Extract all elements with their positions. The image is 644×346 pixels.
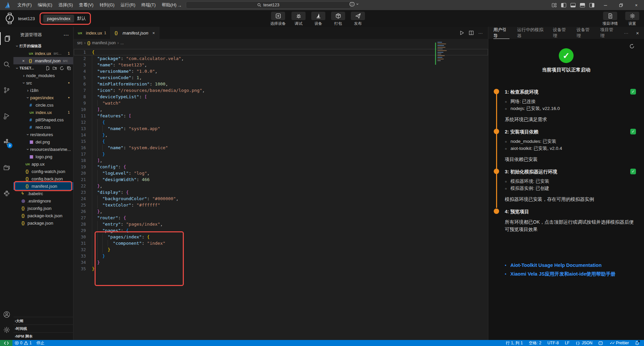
guide-tab-0[interactable]: 用户引导	[493, 27, 509, 39]
guide-tab-4[interactable]: 项目管理	[600, 27, 616, 39]
breadcrumb-item[interactable]: ...	[120, 41, 124, 45]
close-tab-icon[interactable]: ×	[152, 31, 155, 36]
collapse-folders-icon[interactable]	[67, 66, 71, 70]
tree-item-logo-png[interactable]: ▦logo.png	[13, 153, 73, 160]
command-search-input[interactable]: teset123	[186, 1, 351, 9]
notifications-bell-icon[interactable]	[635, 341, 639, 345]
sidebar-section-2[interactable]: ›NPM 脚本	[13, 332, 73, 340]
settings-button[interactable]: 设置	[625, 12, 639, 26]
tree-item-manifest-json[interactable]: {}manifest.json	[13, 182, 73, 190]
sidebar-section-1[interactable]: ›时间线	[13, 325, 73, 332]
breadcrumb-item[interactable]: manifest.json	[92, 41, 116, 45]
tree-item-res-textures[interactable]: ›res\textures	[13, 131, 73, 138]
add-device-button[interactable]: 选择设备	[270, 12, 286, 26]
account-icon[interactable]	[0, 308, 13, 321]
remote-indicator[interactable]	[0, 340, 12, 346]
minimap[interactable]	[435, 42, 450, 67]
guide-tabs-more-icon[interactable]: ···	[624, 27, 628, 39]
manage-gear-icon[interactable]	[0, 324, 13, 336]
close-panel-icon[interactable]: ×	[636, 27, 639, 39]
menu-item-5[interactable]: 运行(R)	[117, 0, 138, 10]
editor-tab-index-ux[interactable]: UXindex.ux1	[74, 27, 111, 39]
menu-item-0[interactable]: 文件(F)	[14, 0, 35, 10]
cursor-position[interactable]: 行 1, 列 1	[506, 340, 523, 346]
project-details-button[interactable]: 项目详情	[602, 12, 618, 26]
menu-item-2[interactable]: 选择(S)	[55, 0, 76, 10]
tree-item-app-ux[interactable]: UXapp.ux	[13, 160, 73, 168]
tree-item-node-modules[interactable]: ›node_modules	[13, 72, 73, 79]
breadcrumb[interactable]: src›{}manifest.json›...	[74, 39, 488, 47]
new-file-icon[interactable]	[46, 66, 50, 70]
guide-tab-3[interactable]: 设备管理	[577, 27, 593, 39]
device-button[interactable]: 设备	[311, 12, 325, 26]
search-sidebar-icon[interactable]	[0, 57, 13, 71]
explorer-icon[interactable]	[0, 32, 13, 46]
close-editor-icon[interactable]: ×	[22, 58, 27, 63]
tree-item-src[interactable]: ›src●	[13, 79, 73, 86]
language-mode[interactable]: {} JSON	[576, 341, 592, 345]
source-control-icon[interactable]	[0, 83, 13, 97]
tree-item-package-lock-json[interactable]: {}package-lock.json	[13, 212, 73, 219]
guide-tab-1[interactable]: 运行中的模拟器	[517, 27, 545, 39]
tree-item-resources-base-me-[interactable]: ›resources\base\me...	[13, 146, 73, 153]
code-editor[interactable]: 1{2"package": "com.calculator.vela",3"na…	[74, 47, 488, 272]
customize-layout-icon[interactable]	[552, 3, 557, 7]
tree-item-del-png[interactable]: ▦del.png	[13, 138, 73, 146]
project-name[interactable]: teset123	[18, 16, 35, 21]
open-editors-section[interactable]: › 打开的编辑器	[13, 42, 73, 50]
tree-item--babelrc[interactable]: ϟ.babelrc	[13, 190, 73, 197]
menu-item-6[interactable]: 终端(T)	[138, 0, 159, 10]
toggle-bottom-panel-icon[interactable]	[580, 3, 585, 7]
toggle-panel-icon[interactable]	[571, 3, 576, 7]
menu-item-3[interactable]: 查看(V)	[76, 0, 96, 10]
toggle-sidebar-icon[interactable]	[561, 3, 566, 7]
tree-item--eslintignore[interactable]: ◎.eslintignore	[13, 197, 73, 205]
publish-button[interactable]: 发布	[351, 12, 365, 26]
page-selector[interactable]: pages/index	[43, 15, 74, 22]
page-mode-label[interactable]: 默认	[77, 15, 86, 21]
restore-button[interactable]	[613, 0, 629, 10]
copilot-status-icon[interactable]	[598, 341, 603, 345]
tree-item-rect-css[interactable]: #rect.css	[13, 123, 73, 131]
refresh-guide-icon[interactable]	[629, 44, 635, 49]
tree-item-package-json[interactable]: {}package.json	[13, 219, 73, 227]
open-editor-item[interactable]: UXindex.uxsrc...1	[13, 50, 73, 57]
new-folder-icon[interactable]	[53, 66, 57, 70]
refresh-explorer-icon[interactable]	[60, 66, 64, 70]
sidebar-section-0[interactable]: ›大纲	[13, 317, 73, 325]
tree-item-index-ux[interactable]: UXindex.ux1	[13, 109, 73, 116]
minimize-button[interactable]: ─	[598, 0, 613, 10]
guide-tab-2[interactable]: 设备管理	[553, 27, 569, 39]
breadcrumb-item[interactable]: src	[77, 41, 83, 45]
indentation[interactable]: 空格: 2	[529, 340, 541, 346]
copilot-icon[interactable]	[350, 2, 359, 6]
editor-tab-manifest-json[interactable]: {}manifest.json×	[111, 27, 159, 39]
package-button[interactable]: 打包	[331, 12, 345, 26]
nav-forward-icon[interactable]: →	[176, 2, 182, 8]
editor-more-actions-icon[interactable]: ···	[478, 31, 483, 36]
menu-item-4[interactable]: 转到(G)	[97, 0, 118, 10]
run-debug-icon[interactable]	[0, 109, 13, 123]
eol-sequence[interactable]: LF	[565, 341, 570, 345]
sidebar-more-actions-icon[interactable]: ···	[64, 33, 69, 38]
open-editor-item[interactable]: ×{}manifest.jsonsrc	[13, 57, 73, 64]
problems-indicator[interactable]: 0 1	[12, 341, 34, 345]
tree-item-config-watch-json[interactable]: {}config-watch.json	[13, 168, 73, 175]
tree-item-pillshaped-css[interactable]: #pillShaped.css	[13, 116, 73, 123]
project-explorer-icon[interactable]	[0, 161, 13, 175]
tree-item-config-back-json[interactable]: {}config.back.json	[13, 175, 73, 182]
project-section[interactable]: › TESET...	[13, 64, 73, 72]
run-file-icon[interactable]	[460, 31, 464, 35]
encoding[interactable]: UTF-8	[547, 341, 559, 345]
nav-back-icon[interactable]: ←	[167, 2, 173, 8]
tree-item-i18n[interactable]: ›i18n	[13, 86, 73, 94]
guide-link-1[interactable]: Xiaomi Vela JS应用开发和aiot-ide使用帮助手册	[511, 271, 615, 277]
split-editor-icon[interactable]	[469, 31, 474, 35]
python-icon[interactable]	[0, 186, 13, 200]
formatter-status[interactable]: ✓✓ Prettier	[609, 341, 629, 345]
tree-item-circle-css[interactable]: #circle.css	[13, 101, 73, 109]
menu-item-1[interactable]: 编辑(E)	[35, 0, 55, 10]
tree-item-pages-index[interactable]: ›pages\index●	[13, 94, 73, 101]
stop-task-button[interactable]: 停止	[34, 340, 47, 346]
guide-link-0[interactable]: Aiot-Toolkit Usage Help Documentation	[511, 263, 602, 268]
